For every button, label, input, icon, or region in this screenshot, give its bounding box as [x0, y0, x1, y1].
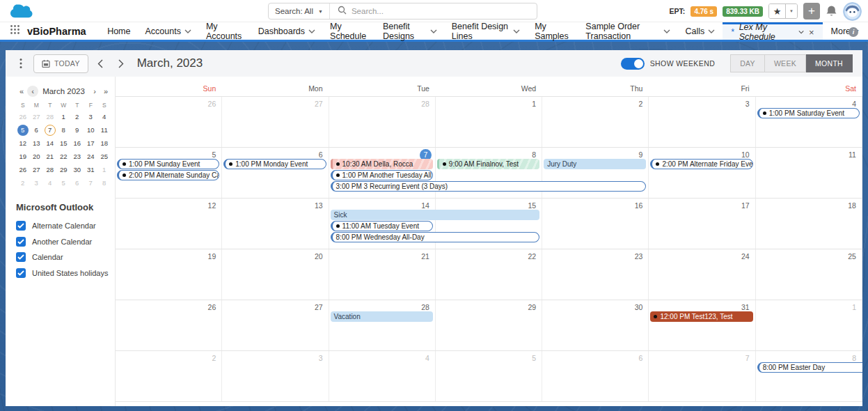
day-cell[interactable]: 4	[756, 97, 862, 147]
nav-item-benefit-design-lines[interactable]: Benefit Design Lines	[444, 22, 527, 40]
day-cell[interactable]: 25	[756, 249, 862, 300]
mini-day[interactable]: 6	[70, 178, 84, 191]
nav-item-sample-order-transaction[interactable]: Sample Order Transaction	[578, 22, 678, 40]
day-cell[interactable]: 21	[329, 249, 436, 300]
calendar-event[interactable]: 8:00 PM Wednesday All-Day	[331, 232, 540, 242]
day-cell[interactable]: 10	[649, 148, 755, 198]
day-cell[interactable]: 28	[329, 97, 436, 147]
day-cell[interactable]: 28	[329, 300, 436, 350]
mini-day[interactable]: 3	[84, 111, 98, 125]
outlook-calendar-checkbox[interactable]: Alternate Calendar	[16, 221, 115, 231]
mini-day[interactable]: 30	[70, 164, 84, 178]
search-scope-dropdown[interactable]: Search: All ▼	[269, 3, 330, 19]
mini-day[interactable]: 12	[16, 138, 30, 151]
day-cell[interactable]: 6	[222, 148, 329, 198]
outlook-calendar-checkbox[interactable]: Calendar	[16, 252, 115, 262]
checkbox-checked-icon[interactable]	[16, 268, 26, 278]
day-cell[interactable]: 2	[542, 97, 649, 147]
calendar-event[interactable]: Sick	[331, 210, 540, 220]
calendar-event[interactable]: 12:00 PM Test123, Test	[650, 311, 752, 322]
global-actions-plus-button[interactable]: +	[803, 3, 820, 20]
mini-day[interactable]: 24	[84, 151, 98, 164]
nav-item-benefit-designs[interactable]: Benefit Designs	[375, 22, 444, 40]
day-cell[interactable]: 20	[222, 249, 329, 300]
day-cell[interactable]: 6	[542, 351, 649, 401]
day-cell[interactable]: 27	[222, 300, 329, 350]
calendar-event[interactable]: Vacation	[331, 311, 433, 322]
mini-day[interactable]: 27	[30, 111, 44, 125]
calendar-event[interactable]: 1:00 PM Monday Event	[223, 159, 326, 169]
mini-day[interactable]: 19	[16, 151, 30, 164]
calendar-menu-kebab-icon[interactable]	[15, 58, 26, 69]
mini-day[interactable]: 27	[30, 164, 44, 178]
previous-month-chevron-icon[interactable]	[91, 59, 109, 68]
day-cell[interactable]: 7	[649, 351, 755, 401]
day-cell[interactable]: 2	[116, 351, 222, 401]
outlook-calendar-checkbox[interactable]: United States holidays	[16, 268, 115, 278]
next-month-icon[interactable]: ›	[89, 87, 100, 95]
day-cell[interactable]: 17	[649, 199, 755, 249]
day-cell[interactable]: 31	[649, 300, 755, 350]
nav-item-home[interactable]: Home	[100, 22, 138, 40]
day-cell[interactable]: 8	[756, 351, 862, 401]
mini-day[interactable]: 5	[16, 125, 30, 138]
calendar-event[interactable]: 1:00 PM Another Tuesday All D...	[331, 170, 433, 180]
mini-day[interactable]: 20	[30, 151, 44, 164]
day-cell[interactable]: 23	[542, 249, 649, 300]
day-cell[interactable]: 29	[436, 300, 542, 350]
checkbox-checked-icon[interactable]	[16, 221, 26, 231]
day-cell[interactable]: 18	[756, 199, 862, 249]
day-cell[interactable]: 11	[756, 148, 862, 198]
mini-day[interactable]: 5	[57, 178, 71, 191]
nav-item-dashboards[interactable]: Dashboards	[251, 22, 322, 40]
calendar-event[interactable]: Jury Duty	[544, 159, 646, 169]
info-icon[interactable]: i	[849, 27, 858, 37]
calendar-event[interactable]: 10:30 AM Della, Rocca	[331, 159, 433, 169]
mini-day[interactable]: 8	[57, 125, 71, 138]
day-cell[interactable]: 26	[116, 300, 222, 350]
search-input[interactable]: Search...	[352, 7, 384, 15]
checkbox-checked-icon[interactable]	[16, 252, 26, 262]
calendar-event[interactable]: 11:00 AM Tuesday Event	[331, 221, 433, 231]
mini-day[interactable]: 26	[16, 111, 30, 125]
mini-day[interactable]: 3	[30, 178, 44, 191]
day-cell[interactable]: 3	[222, 351, 329, 401]
mini-day[interactable]: 28	[43, 111, 57, 125]
nav-more-button[interactable]: More ▼	[823, 22, 868, 40]
mini-day[interactable]: 2	[16, 178, 30, 191]
nav-item-my-schedule[interactable]: My Schedule	[323, 22, 376, 40]
mini-day[interactable]: 1	[57, 111, 71, 125]
previous-month-icon[interactable]: ‹	[27, 86, 38, 97]
mini-day[interactable]: 7	[84, 178, 98, 191]
favorite-star-button[interactable]: ★	[769, 4, 786, 18]
mini-day[interactable]: 29	[57, 164, 71, 178]
tab-lex-my-schedule[interactable]: * Lex My Schedule ×	[723, 22, 823, 40]
today-button[interactable]: TODAY	[33, 54, 88, 73]
day-cell[interactable]: 24	[649, 249, 755, 300]
calendar-event[interactable]: 9:00 AM Finalnov, Test	[437, 159, 539, 169]
mini-day[interactable]: 14	[43, 138, 57, 151]
mini-day[interactable]: 26	[16, 164, 30, 178]
day-cell[interactable]: 13	[222, 199, 329, 249]
mini-day[interactable]: 18	[97, 138, 111, 151]
calendar-event[interactable]: 8:00 PM Easter Day	[757, 362, 862, 373]
app-launcher-waffle-icon[interactable]	[10, 24, 20, 38]
checkbox-checked-icon[interactable]	[16, 237, 26, 247]
day-cell[interactable]: 19	[116, 249, 222, 300]
day-cell[interactable]: 12	[116, 199, 222, 249]
mini-day[interactable]: 21	[43, 151, 57, 164]
outlook-calendar-checkbox[interactable]: Another Calendar	[16, 237, 115, 247]
view-button-day[interactable]: DAY	[730, 54, 765, 72]
nav-item-accounts[interactable]: Accounts	[138, 22, 198, 40]
mini-day[interactable]: 9	[70, 125, 84, 138]
calendar-event[interactable]: 2:00 PM Alternate Sunday Cal...	[117, 170, 219, 180]
day-cell[interactable]: 27	[222, 97, 329, 147]
calendar-event[interactable]: 3:00 PM 3 Recurring Event (3 Days)	[331, 181, 647, 192]
mini-day[interactable]: 1	[97, 164, 111, 178]
global-search[interactable]: Search: All ▼ Search...	[268, 3, 537, 20]
mini-day[interactable]: 8	[97, 178, 111, 191]
mini-day[interactable]: 25	[97, 151, 111, 164]
mini-day[interactable]: 10	[84, 125, 98, 138]
view-button-week[interactable]: WEEK	[765, 54, 806, 72]
day-cell[interactable]: 26	[116, 97, 222, 147]
